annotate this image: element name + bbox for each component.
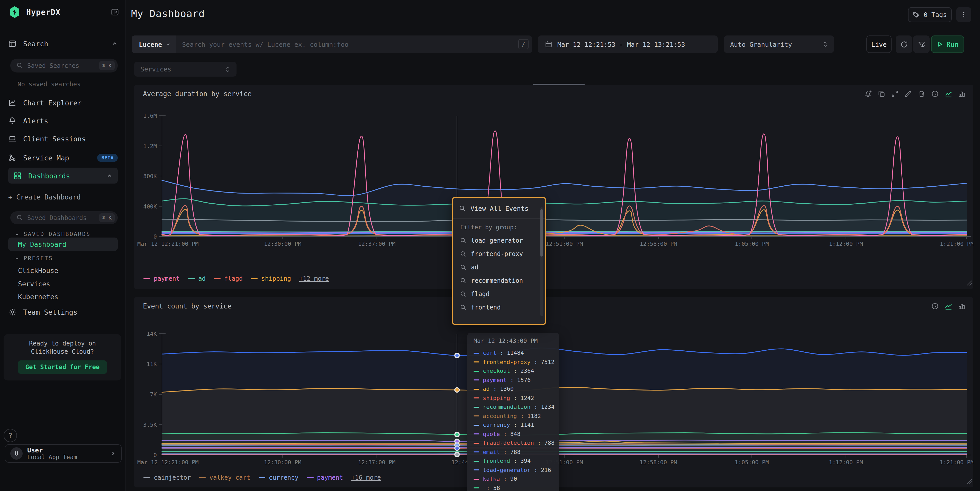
popup-filter-item-flagd[interactable]: flagd [453,288,545,301]
event-search-input[interactable] [176,40,518,48]
sidebar-item-search[interactable]: Search [8,38,118,50]
chevron-up-icon[interactable] [107,173,113,179]
legend-item-valkey-cart[interactable]: valkey-cart [199,474,250,481]
saved-searches-input[interactable]: ⌘ K [10,59,118,73]
sidebar-item-preset-services[interactable]: Services [8,277,118,291]
svg-text:1:21:00 PM: 1:21:00 PM [940,459,973,466]
granularity-select[interactable]: Auto Granularity [724,35,834,53]
popup-filter-item-frontend[interactable]: frontend [453,301,545,314]
svg-text:1:12:00 PM: 1:12:00 PM [829,459,863,466]
app-root: HyperDX Search ⌘ K No saved searches Cha… [0,0,980,491]
legend-label: valkey-cart [210,474,250,481]
sidebar-item-label: Chart Explorer [23,99,82,107]
sidebar-item-label: Team Settings [23,308,77,316]
kebab-icon [961,11,967,18]
svg-text:0: 0 [153,234,157,240]
sidebar-item-preset-kubernetes[interactable]: Kubernetes [8,290,118,303]
sidebar-item-create-dashboard[interactable]: + Create Dashboard [8,191,118,203]
granularity-value: Auto Granularity [730,40,822,48]
chevron-down-icon [14,256,19,261]
sidebar-item-dashboards[interactable]: Dashboards [8,168,118,184]
legend-item-ad[interactable]: ad [188,275,206,282]
filter-by-group-label: Filter by group: [453,222,545,234]
svg-text:1:21:00 PM: 1:21:00 PM [940,241,973,247]
chart-panel-average-duration: Average duration by service 1.6M1.2M800K… [134,85,973,289]
legend-more-link[interactable]: +12 more [299,275,329,282]
query-language-select[interactable]: Lucene [132,35,176,53]
legend-more-link[interactable]: +16 more [351,474,381,481]
view-all-events-item[interactable]: View All Events [453,201,545,216]
popup-filter-item-frontend-proxy[interactable]: frontend-proxy [453,247,545,261]
tags-button[interactable]: 0 Tags [908,7,952,22]
live-button[interactable]: Live [866,35,892,53]
legend-dash [251,278,258,280]
legend-item-cainjector[interactable]: cainjector [143,474,191,481]
popup-filter-item-recommendation[interactable]: recommendation [453,274,545,288]
sidebar-item-label: Services [18,280,50,288]
saved-dashboards-field[interactable] [27,214,95,221]
filter-icon [918,40,925,48]
duration-chart-canvas[interactable]: 1.6M1.2M800K400K0Mar 12 12:21:00 PM12:30… [134,85,973,272]
refresh-button[interactable] [896,35,912,53]
chevron-right-icon [110,450,116,456]
legend-label: cainjector [154,474,191,481]
services-filter-select[interactable]: Services [134,62,237,76]
chevron-up-icon[interactable] [111,41,118,47]
no-saved-searches-note: No saved searches [18,81,81,88]
svg-text:1.2M: 1.2M [143,143,157,149]
page-title: My Dashboard [131,8,205,19]
saved-searches-field[interactable] [27,62,95,69]
bell-icon [8,117,16,125]
popup-scrollbar-thumb[interactable] [540,209,543,257]
saved-dashboards-input[interactable]: ⌘ K [10,211,118,224]
sidebar-item-service-map[interactable]: Service Map BETA [8,152,118,164]
popup-filter-item-load-generator[interactable]: load-generator [453,234,545,247]
svg-text:12:58:00 PM: 12:58:00 PM [640,241,677,247]
get-started-button[interactable]: Get Started for Free [18,361,107,374]
sidebar-collapse-icon[interactable] [111,8,119,16]
divider [453,218,545,219]
sidebar-item-chart-explorer[interactable]: Chart Explorer [8,97,118,109]
time-range-value: Mar 12 12:21:53 - Mar 12 13:21:53 [557,40,685,48]
sidebar-item-client-sessions[interactable]: Client Sessions [8,133,118,145]
dashboard-menu-button[interactable] [956,7,971,22]
filter-button[interactable] [913,35,930,53]
chevron-down-icon [165,41,171,47]
laptop-icon [8,135,16,143]
question-mark-icon: ? [8,432,12,439]
legend-item-shipping[interactable]: shipping [251,275,291,282]
event-count-chart-canvas[interactable]: 14K11K7K3.5K0Mar 12 12:21:00 PM12:30:00 … [134,297,973,471]
slash-shortcut-badge: / [518,39,528,49]
section-presets[interactable]: PRESETS [14,255,53,262]
run-button[interactable]: Run [931,35,964,53]
main-content: My Dashboard 0 Tags Lucene / Mar 12 12:2… [126,0,980,491]
svg-text:12:51:00 PM: 12:51:00 PM [546,459,583,466]
panel-drag-handle[interactable] [533,84,585,85]
help-button[interactable]: ? [3,429,17,442]
legend-item-currency[interactable]: currency [258,474,299,481]
legend-label: shipping [261,275,291,282]
legend-item-flagd[interactable]: flagd [214,275,243,282]
sidebar-item-label: Service Map [23,154,69,162]
legend-item-payment[interactable]: payment [143,275,180,282]
popup-filter-item-ad[interactable]: ad [453,261,545,274]
sidebar-item-alerts[interactable]: Alerts [8,114,118,127]
legend-dash [258,477,265,478]
sidebar-item-my-dashboard[interactable]: My Dashboard [8,238,118,251]
sidebar-item-team-settings[interactable]: Team Settings [8,306,118,318]
panel-resize-handle[interactable] [967,278,972,288]
dashboards-grid-icon [13,172,22,180]
user-name: User [27,446,105,454]
chart-legend: paymentadflagdshipping+12 more [143,275,329,282]
time-range-picker[interactable]: Mar 12 12:21:53 - Mar 12 13:21:53 [538,35,718,53]
user-menu[interactable]: U User Local App Team [5,444,122,463]
svg-text:14K: 14K [146,331,157,337]
legend-item-payment[interactable]: payment [307,474,343,481]
svg-text:11K: 11K [146,361,157,367]
event-search-bar: Lucene / [132,35,532,53]
sidebar-item-preset-clickhouse[interactable]: ClickHouse [8,264,118,277]
section-saved-dashboards[interactable]: SAVED DASHBOARDS [14,231,91,238]
svg-text:12:58:00 PM: 12:58:00 PM [640,459,677,466]
panel-resize-handle[interactable] [967,477,972,486]
sidebar: HyperDX Search ⌘ K No saved searches Cha… [0,0,126,491]
